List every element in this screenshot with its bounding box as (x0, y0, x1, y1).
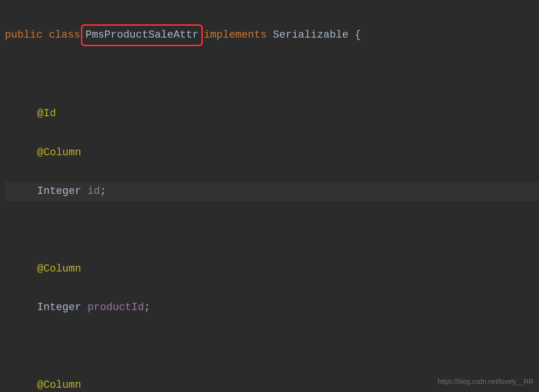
highlighted-line: Integer id; (5, 182, 539, 201)
code-line-annotation: @Id (5, 104, 539, 124)
keyword-implements: implements (204, 29, 267, 41)
field-id: id (88, 185, 100, 197)
interface-name: Serializable (273, 29, 348, 41)
semicolon: ; (144, 302, 150, 313)
keyword-public: public (5, 29, 42, 41)
keyword-class: class (49, 29, 80, 41)
type-integer: Integer (37, 185, 81, 197)
class-name: PmsProductSaleAttr (85, 29, 199, 41)
brace-open: { (355, 29, 361, 41)
code-line-annotation: @Column (5, 143, 539, 163)
highlight-classname: PmsProductSaleAttr (81, 24, 203, 47)
code-line-field: Integer productId; (5, 298, 539, 318)
annotation-column: @Column (37, 263, 81, 275)
code-line-class-decl: public classPmsProductSaleAttrimplements… (5, 24, 539, 47)
code-line-field: Integer id; (5, 182, 539, 201)
field-productid: productId (88, 302, 144, 313)
annotation-column: @Column (37, 147, 81, 159)
semicolon: ; (100, 185, 106, 197)
blank-line (5, 66, 539, 85)
watermark-text: https://blog.csdn.net/lovely__RR (438, 376, 533, 388)
blank-line (5, 221, 539, 241)
annotation-column: @Column (37, 379, 81, 391)
code-line-annotation: @Column (5, 260, 539, 279)
blank-line (5, 337, 539, 357)
code-editor[interactable]: public classPmsProductSaleAttrimplements… (0, 5, 539, 392)
annotation-id: @Id (37, 108, 56, 120)
type-integer: Integer (37, 302, 81, 313)
